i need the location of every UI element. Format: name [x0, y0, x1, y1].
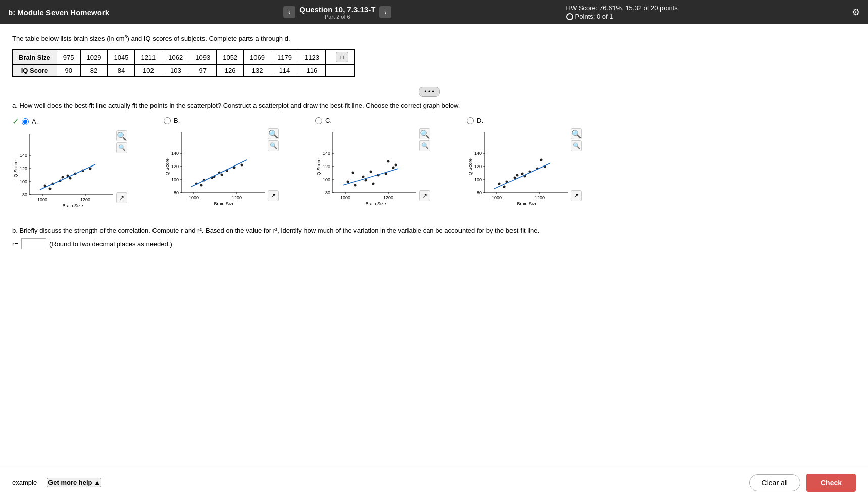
svg-text:IQ Score: IQ Score [468, 159, 473, 177]
r-value-input[interactable] [21, 238, 46, 249]
bs-10: 1123 [298, 50, 325, 65]
bottom-right-actions: Clear all Check [749, 474, 856, 492]
part-b-section: b. Briefly discuss the strength of the c… [12, 227, 846, 249]
iq-5: 103 [162, 65, 189, 77]
svg-point-44 [200, 184, 203, 187]
external-link-d[interactable]: ↗ [571, 190, 582, 201]
external-link-b[interactable]: ↗ [268, 190, 279, 201]
external-link-c[interactable]: ↗ [419, 190, 430, 201]
svg-text:80: 80 [477, 190, 482, 195]
bs-1: 975 [57, 50, 80, 65]
zoom-out-b[interactable]: 🔍 [268, 140, 279, 151]
option-b-text: B. [174, 117, 180, 124]
zoom-out-c[interactable]: 🔍 [419, 140, 430, 151]
svg-point-102 [514, 177, 516, 179]
svg-point-17 [49, 188, 52, 190]
data-table: Brain Size 975 1029 1045 1211 1062 1093 … [12, 49, 355, 77]
graph-d-svg: 80 100 120 140 1000 1200 IQ Score Brain … [467, 127, 573, 208]
svg-line-109 [494, 163, 550, 189]
svg-text:1200: 1200 [80, 197, 90, 202]
r-equals-label: r= [12, 240, 18, 248]
svg-point-73 [362, 176, 365, 178]
option-b-block: B. 80 100 120 140 1000 1200 [164, 117, 280, 217]
bs-4: 1211 [135, 50, 162, 65]
checkmark-a: ✓ [12, 117, 19, 126]
svg-text:140: 140 [474, 151, 482, 156]
svg-point-110 [540, 159, 543, 161]
svg-text:IQ Score: IQ Score [165, 159, 170, 177]
prev-button[interactable]: ‹ [283, 6, 295, 18]
zoom-out-a[interactable]: 🔍 [116, 142, 127, 153]
bottom-bar: example Get more help ▲ Clear all Check [0, 468, 868, 497]
iq-10: 116 [298, 65, 325, 77]
zoom-in-d[interactable]: 🔍 [571, 128, 582, 139]
part-a-question: a. How well does the best-fit line actua… [12, 102, 846, 109]
option-d-label: D. [467, 117, 483, 124]
graph-b-container: 80 100 120 140 1000 1200 IQ Score Brain … [164, 127, 280, 215]
question-title: Question 10, 7.3.13-T [299, 5, 375, 14]
iq-4: 102 [135, 65, 162, 77]
radio-a[interactable] [22, 118, 29, 125]
svg-text:80: 80 [174, 190, 179, 195]
iq-score-header: IQ Score [13, 65, 57, 77]
svg-text:Brain Size: Brain Size [517, 201, 537, 206]
svg-point-81 [387, 160, 390, 163]
iq-empty [325, 65, 354, 77]
graph-d-zoom-btns: 🔍 🔍 [571, 128, 582, 151]
graph-a-container: 80 100 120 140 1000 1200 IQ Score [12, 129, 128, 217]
radio-d[interactable] [467, 117, 474, 124]
svg-line-26 [40, 164, 95, 190]
r-input-row: r= (Round to two decimal places as neede… [12, 238, 846, 249]
option-c-text: C. [325, 117, 332, 124]
option-d-text: D. [477, 117, 483, 124]
graph-c-svg: 80 100 120 140 1000 1200 IQ Score Brain … [315, 127, 421, 208]
svg-point-100 [503, 186, 506, 188]
svg-text:Brain Size: Brain Size [365, 201, 386, 206]
iq-2: 82 [80, 65, 108, 77]
bs-7: 1052 [217, 50, 244, 65]
zoom-in-a[interactable]: 🔍 [116, 130, 127, 141]
svg-text:Brain Size: Brain Size [214, 201, 234, 206]
svg-text:140: 140 [323, 151, 330, 156]
zoom-in-c[interactable]: 🔍 [419, 128, 430, 139]
bs-6: 1093 [189, 50, 217, 65]
settings-button[interactable]: ⚙ [852, 7, 860, 18]
bs-8: 1069 [244, 50, 271, 65]
svg-text:IQ Score: IQ Score [316, 159, 321, 177]
graph-c-zoom-btns: 🔍 🔍 [419, 128, 430, 151]
next-button[interactable]: › [379, 6, 391, 18]
svg-point-16 [44, 185, 46, 187]
zoom-out-d[interactable]: 🔍 [571, 140, 582, 151]
option-d-block: D. 80 100 120 140 1000 1200 [467, 117, 583, 217]
graph-a-zoom-btns: 🔍 🔍 [116, 130, 127, 153]
more-options-button[interactable]: • • • [419, 87, 439, 97]
nav-center: ‹ Question 10, 7.3.13-T Part 2 of 6 › [283, 5, 391, 20]
svg-text:80: 80 [325, 190, 330, 195]
check-button[interactable]: Check [806, 474, 856, 492]
svg-point-75 [370, 171, 372, 173]
expand-button[interactable]: □ [336, 52, 348, 62]
bs-2: 1029 [80, 50, 108, 65]
svg-text:IQ Score: IQ Score [13, 161, 18, 179]
external-link-a[interactable]: ↗ [116, 192, 127, 203]
problem-text: The table below lists brain sizes (in cm… [12, 35, 290, 42]
svg-text:1000: 1000 [37, 197, 47, 202]
svg-point-20 [62, 176, 64, 179]
svg-text:1000: 1000 [189, 195, 199, 200]
radio-c[interactable] [315, 117, 322, 124]
svg-text:120: 120 [474, 164, 482, 169]
svg-text:120: 120 [171, 164, 179, 169]
graph-c-container: 80 100 120 140 1000 1200 IQ Score Brain … [315, 127, 431, 215]
iq-6: 97 [189, 65, 217, 77]
bs-9: 1179 [271, 50, 298, 65]
svg-point-82 [395, 164, 397, 167]
clear-all-button[interactable]: Clear all [749, 474, 800, 491]
graph-b-zoom-btns: 🔍 🔍 [268, 128, 279, 151]
svg-text:1000: 1000 [340, 195, 350, 200]
zoom-in-b[interactable]: 🔍 [268, 128, 279, 139]
radio-b[interactable] [164, 117, 171, 124]
bs-5: 1062 [162, 50, 189, 65]
option-c-label: C. [315, 117, 332, 124]
get-more-help-button[interactable]: Get more help ▲ [47, 478, 101, 487]
part-b-question: b. Briefly discuss the strength of the c… [12, 227, 846, 234]
